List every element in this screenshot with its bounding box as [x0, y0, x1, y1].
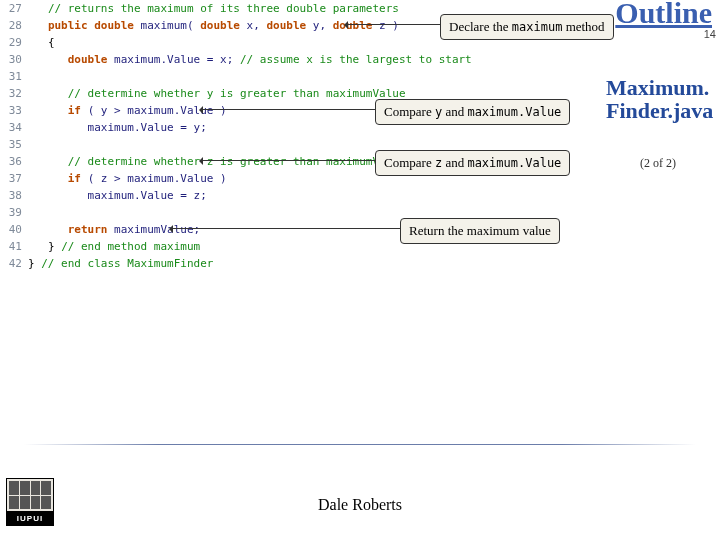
- code-line: maximum.Value = z;: [28, 189, 207, 202]
- line-number: 38: [0, 189, 28, 202]
- callout-compare-y: Compare y and maximum.Value: [375, 99, 570, 125]
- slide-number: 14: [704, 28, 716, 40]
- footer-author: Dale Roberts: [0, 496, 720, 514]
- line-number: 39: [0, 206, 28, 219]
- code-line: if ( z > maximum.Value ): [28, 172, 227, 185]
- arrow: [345, 24, 440, 25]
- outline-title: Outline: [615, 0, 712, 30]
- code-line: maximum.Value = y;: [28, 121, 207, 134]
- arrow: [200, 160, 375, 161]
- line-number: 28: [0, 19, 28, 32]
- iupui-logo: IUPUI: [6, 478, 54, 526]
- line-number: 35: [0, 138, 28, 151]
- callout-return: Return the maximum value: [400, 218, 560, 244]
- callout-declare: Declare the maximum method: [440, 14, 614, 40]
- line-number: 27: [0, 2, 28, 15]
- code-line: double maximum.Value = x; // assume x is…: [28, 53, 472, 66]
- code-line: } // end method maximum: [28, 240, 200, 253]
- line-number: 41: [0, 240, 28, 253]
- line-number: 36: [0, 155, 28, 168]
- line-number: 31: [0, 70, 28, 83]
- code-line: // returns the maximum of its three doub…: [28, 2, 399, 15]
- code-line: // determine whether y is greater than m…: [28, 87, 406, 100]
- code-line: // determine whether z is greater than m…: [28, 155, 406, 168]
- line-number: 40: [0, 223, 28, 236]
- line-number: 33: [0, 104, 28, 117]
- arrow: [200, 109, 375, 110]
- callout-compare-z: Compare z and maximum.Value: [375, 150, 570, 176]
- line-number: 29: [0, 36, 28, 49]
- line-number: 32: [0, 87, 28, 100]
- code-line: return maximumValue;: [28, 223, 200, 236]
- line-number: 37: [0, 172, 28, 185]
- code-listing: 27 // returns the maximum of its three d…: [0, 0, 720, 280]
- filename-sub: (2 of 2): [640, 156, 676, 171]
- filename-label: Maximum.Finder.java: [606, 76, 714, 122]
- code-line: {: [28, 36, 55, 49]
- footer-divider: [24, 444, 696, 445]
- line-number: 30: [0, 53, 28, 66]
- line-number: 34: [0, 121, 28, 134]
- line-number: 42: [0, 257, 28, 270]
- logo-text: IUPUI: [7, 511, 53, 525]
- code-line: } // end class MaximumFinder: [28, 257, 213, 270]
- arrow: [170, 228, 400, 229]
